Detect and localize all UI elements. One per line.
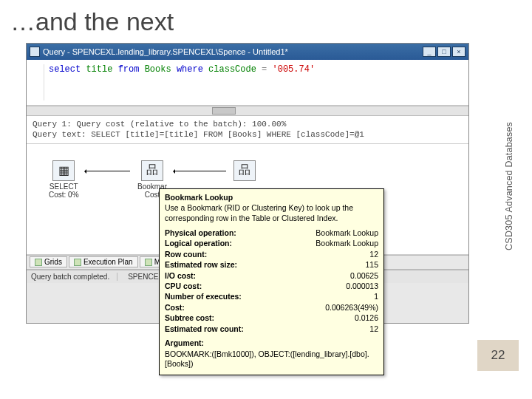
maximize-button[interactable]: □ bbox=[437, 47, 451, 57]
query-info-panel: Query 1: Query cost (relative to the bat… bbox=[27, 116, 468, 144]
grid-icon bbox=[35, 259, 42, 266]
plan-op-3[interactable]: 品 bbox=[233, 160, 256, 183]
slide-title: …and the next bbox=[0, 0, 532, 41]
minimize-button[interactable]: _ bbox=[423, 47, 436, 57]
query-cost-line: Query 1: Query cost (relative to the bat… bbox=[33, 119, 463, 129]
page-number: 22 bbox=[477, 340, 519, 371]
tooltip-argument-value: BOOKMARK:([Bmk1000]), OBJECT:([lending_l… bbox=[165, 349, 378, 369]
op-cost: Cost: 0% bbox=[49, 191, 79, 199]
close-button[interactable]: × bbox=[452, 47, 466, 57]
status-message: Query batch completed. bbox=[31, 273, 117, 281]
op-label: SELECT bbox=[49, 183, 79, 191]
plan-arrow bbox=[174, 171, 226, 171]
horizontal-scrollbar[interactable] bbox=[27, 106, 468, 116]
tooltip-argument-label: Argument: bbox=[165, 338, 378, 349]
plan-icon bbox=[74, 259, 81, 266]
sql-editor[interactable]: select title from Books where classCode … bbox=[27, 60, 468, 106]
scrollbar-thumb[interactable] bbox=[212, 107, 236, 115]
tab-execution-plan[interactable]: Execution Plan bbox=[69, 256, 138, 267]
course-label: CSD305 Advanced Databases bbox=[504, 122, 514, 250]
tab-grids[interactable]: Grids bbox=[30, 256, 67, 267]
query-text-line: Query text: SELECT [title]=[title] FROM … bbox=[33, 129, 463, 140]
tooltip-title: Bookmark Lookup bbox=[165, 193, 378, 202]
titlebar[interactable]: Query - SPENCEXL.lending_library.SPENCEX… bbox=[27, 44, 468, 60]
plan-op-icon: 品 bbox=[233, 160, 256, 181]
tooltip-stats-table: Physical operation:Bookmark Lookup Logic… bbox=[165, 228, 378, 369]
app-icon bbox=[30, 47, 40, 57]
tooltip-description: Use a Bookmark (RID or Clustering Key) t… bbox=[165, 203, 378, 223]
operator-tooltip: Bookmark Lookup Use a Bookmark (RID or C… bbox=[159, 188, 384, 375]
plan-arrow bbox=[86, 171, 130, 171]
plan-op-select[interactable]: ▦ SELECT Cost: 0% bbox=[49, 160, 79, 199]
window-title: Query - SPENCEXL.lending_library.SPENCEX… bbox=[43, 47, 423, 56]
messages-icon bbox=[145, 259, 152, 266]
sql-text: select title from Books where classCode … bbox=[49, 64, 315, 75]
select-icon: ▦ bbox=[52, 160, 75, 181]
editor-gutter bbox=[33, 64, 44, 100]
bookmark-lookup-icon: 品 bbox=[141, 160, 163, 181]
